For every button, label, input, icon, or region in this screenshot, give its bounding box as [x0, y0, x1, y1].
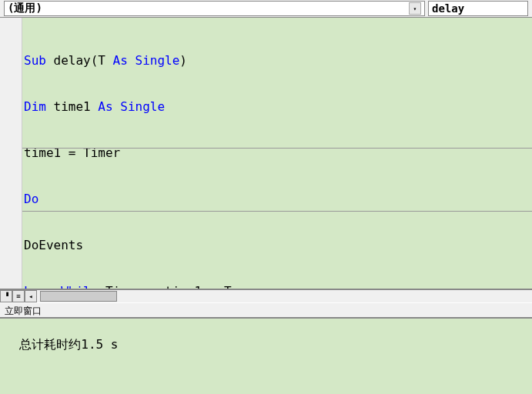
code-gutter [0, 18, 22, 289]
object-dropdown[interactable]: (通用) ▾ [4, 1, 425, 16]
code-line: DoEvents [24, 238, 530, 253]
procedure-divider [22, 148, 532, 149]
code-pane: Sub delay(T As Single) Dim time1 As Sing… [0, 18, 532, 289]
procedure-dropdown-value: delay [432, 2, 464, 15]
scroll-track[interactable] [37, 290, 532, 302]
chevron-down-icon: ▾ [409, 2, 421, 15]
immediate-output: 总计耗时约1.5 s [19, 337, 125, 352]
code-line: Dim time1 As Single [24, 99, 530, 115]
procedure-dropdown[interactable]: delay [428, 1, 528, 16]
view-mode-button-2[interactable]: ≡ [12, 290, 25, 302]
scroll-left-button[interactable]: ◂ [25, 290, 37, 302]
code-editor[interactable]: Sub delay(T As Single) Dim time1 As Sing… [22, 18, 532, 289]
object-dropdown-value: (通用) [8, 2, 42, 15]
view-mode-button-1[interactable]: ▝ [0, 290, 12, 302]
top-bar: (通用) ▾ delay [0, 0, 532, 18]
code-line: Sub delay(T As Single) [24, 53, 530, 68]
code-line: Do [24, 192, 530, 207]
code-line: Loop While Timer - time1 < T [24, 284, 530, 289]
immediate-window-label: 立即窗口 [0, 302, 532, 318]
procedure-divider [22, 211, 532, 212]
scroll-thumb[interactable] [40, 291, 117, 302]
immediate-window[interactable]: 总计耗时约1.5 s [0, 318, 532, 394]
horizontal-scrollbar[interactable]: ▝ ≡ ◂ [0, 289, 532, 302]
